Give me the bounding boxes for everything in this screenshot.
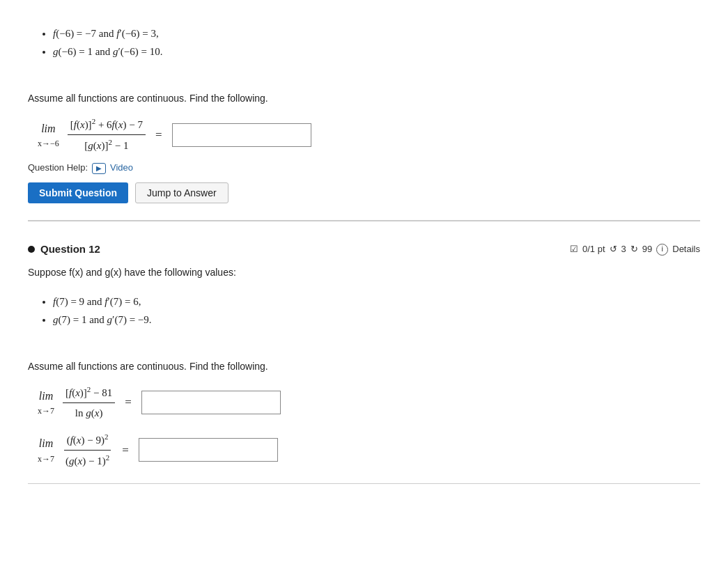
q12-lim-2: lim x→7 xyxy=(38,435,54,466)
section-divider xyxy=(28,221,700,221)
q12-title-group: Question 12 xyxy=(28,241,100,258)
q11-given-item-2: g(−6) = 1 and g′(−6) = 10. xyxy=(53,43,700,60)
q11-equals: = xyxy=(155,125,162,144)
q12-fraction-2: (f(x) − 9)2 (g(x) − 1)2 xyxy=(63,431,112,469)
q12-den-1: ln g(x) xyxy=(72,403,106,421)
q11-lim-word: lim xyxy=(41,120,55,138)
q12-score: 0/1 pt xyxy=(582,242,605,257)
q11-numerator: [f(x)]2 + 6f(x) − 7 xyxy=(68,116,146,135)
q12-instruction: Suppose f(x) and g(x) have the following… xyxy=(28,265,700,280)
q11-lim: lim x→−6 xyxy=(38,120,59,151)
q12-lim-1: lim x→7 xyxy=(38,387,54,419)
question-12-section: Question 12 ☑ 0/1 pt ↺ 3 ↻ 99 i Details … xyxy=(28,228,700,484)
q11-help-row: Question Help: ▶ Video xyxy=(28,161,700,175)
q11-answer-input[interactable] xyxy=(172,123,311,147)
q12-undo-count: 3 xyxy=(621,242,626,257)
q12-lim-word-2: lim xyxy=(39,435,53,453)
q11-denominator: [g(x)]2 − 1 xyxy=(82,135,131,154)
q11-lim-sub: x→−6 xyxy=(38,137,59,150)
q12-lim-word-1: lim xyxy=(39,387,53,405)
q11-fraction: [f(x)]2 + 6f(x) − 7 [g(x)]2 − 1 xyxy=(68,116,146,154)
q12-undo-icon[interactable]: ↺ xyxy=(610,242,617,257)
q12-title-text: Question 12 xyxy=(40,241,100,258)
q12-meta: ☑ 0/1 pt ↺ 3 ↻ 99 i Details xyxy=(570,242,700,257)
q12-answer-input-1[interactable] xyxy=(141,391,281,414)
q12-equals-1: = xyxy=(125,393,132,412)
q12-redo-count: 99 xyxy=(642,242,652,257)
q12-num-2: (f(x) − 9)2 xyxy=(64,431,111,451)
q12-den-2: (g(x) − 1)2 xyxy=(63,451,112,469)
q11-given-list: f(−6) = −7 and f′(−6) = 3, g(−6) = 1 and… xyxy=(53,25,700,60)
q11-given-item-1: f(−6) = −7 and f′(−6) = 3, xyxy=(53,25,700,42)
q12-lim-sub-2: x→7 xyxy=(38,453,54,466)
q12-lim-sub-1: x→7 xyxy=(38,405,54,418)
q12-instruction2: Assume all functions are continuous. Fin… xyxy=(28,359,700,374)
q11-button-row: Submit Question Jump to Answer xyxy=(28,182,700,203)
q12-redo-icon[interactable]: ↻ xyxy=(630,242,638,257)
q12-details-link[interactable]: Details xyxy=(672,242,700,257)
q12-checkbox-icon: ☑ xyxy=(570,242,578,257)
page-container: f(−6) = −7 and f′(−6) = 3, g(−6) = 1 and… xyxy=(0,0,728,512)
submit-question-button[interactable]: Submit Question xyxy=(28,182,128,203)
q12-num-1: [f(x)]2 − 81 xyxy=(63,384,115,403)
video-icon: ▶ xyxy=(92,163,106,174)
q12-fraction-1: [f(x)]2 − 81 ln g(x) xyxy=(63,384,115,421)
q12-info-icon[interactable]: i xyxy=(656,244,668,256)
q11-instruction: Assume all functions are continuous. Fin… xyxy=(28,91,700,106)
q12-dot xyxy=(28,246,35,253)
q12-given-list: f(7) = 9 and f′(7) = 6, g(7) = 1 and g′(… xyxy=(53,293,700,328)
video-link[interactable]: Video xyxy=(110,161,133,175)
q12-answer-input-2[interactable] xyxy=(139,438,278,462)
jump-to-answer-button[interactable]: Jump to Answer xyxy=(135,182,229,203)
q11-math-block: lim x→−6 [f(x)]2 + 6f(x) − 7 [g(x)]2 − 1… xyxy=(38,116,700,154)
q12-math-block-2: lim x→7 (f(x) − 9)2 (g(x) − 1)2 = xyxy=(38,431,700,469)
q12-math-block-1: lim x→7 [f(x)]2 − 81 ln g(x) = xyxy=(38,384,700,421)
q11-help-label: Question Help: xyxy=(28,161,88,175)
q12-given-item-1: f(7) = 9 and f′(7) = 6, xyxy=(53,293,700,310)
q12-header: Question 12 ☑ 0/1 pt ↺ 3 ↻ 99 i Details xyxy=(28,241,700,258)
q12-equals-2: = xyxy=(122,441,129,460)
question-11-section: f(−6) = −7 and f′(−6) = 3, g(−6) = 1 and… xyxy=(28,13,700,221)
q12-given-item-2: g(7) = 1 and g′(7) = −9. xyxy=(53,311,700,328)
